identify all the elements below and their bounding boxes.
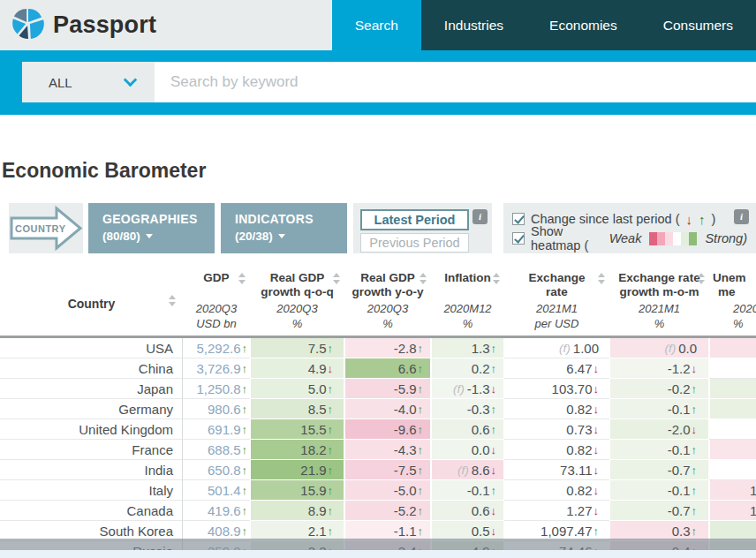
qoq-cell: 15.9 <box>250 480 344 501</box>
table-body: USA5,292.67.5-2.81.3(f)1.00(f)0.0China3,… <box>0 338 756 558</box>
cell-value: -0.1 <box>467 483 490 498</box>
country-cell[interactable]: Germany <box>0 399 183 419</box>
search-category-dropdown[interactable]: ALL <box>22 62 155 102</box>
horizontal-scrollbar[interactable] <box>0 539 756 550</box>
search-input[interactable] <box>155 62 756 102</box>
passport-brand[interactable]: Passport <box>0 7 156 44</box>
cell-value: 5.0 <box>308 381 327 396</box>
country-cell[interactable]: USA <box>0 338 183 358</box>
cell-value: -1.1 <box>394 524 417 539</box>
change-checkbox[interactable] <box>512 213 525 225</box>
previous-period-button[interactable]: Previous Period <box>360 233 469 253</box>
cell-value: 1.00 <box>573 341 599 356</box>
unem-cell <box>709 460 756 480</box>
column-subtitle: % <box>431 316 504 331</box>
heatmap-checkbox[interactable] <box>512 232 525 245</box>
cell-value: 650.8 <box>208 463 241 478</box>
sort-icon[interactable] <box>698 273 706 286</box>
inflation-cell: 0.0 <box>431 440 504 460</box>
cell-value: 8.9 <box>308 503 327 518</box>
increase-arrow-icon <box>328 464 334 477</box>
increase-arrow-icon <box>328 382 334 396</box>
decrease-arrow-icon <box>593 362 600 375</box>
column-subtitle: % <box>609 316 709 331</box>
fxg-cell: -0.1 <box>609 399 709 419</box>
inflation-cell: (f)8.6 <box>431 460 504 480</box>
country-cell[interactable]: Italy <box>0 480 183 501</box>
cell-value: 0.73 <box>566 422 592 437</box>
heatmap-label: Show heatmap ( <box>531 224 603 253</box>
country-cell[interactable]: China <box>0 358 183 379</box>
column-header-gdp[interactable]: GDP2020Q3USD bn <box>183 268 250 336</box>
fx-cell: 0.82 <box>504 440 609 460</box>
cell-value: 21.9 <box>300 463 326 478</box>
gdp-cell: 650.8 <box>183 460 250 480</box>
column-header-fxg[interactable]: Exchange rategrowth m-o-m2021M1% <box>609 268 709 336</box>
search-box: ALL <box>22 62 756 102</box>
increase-arrow-icon <box>242 504 248 517</box>
geographies-button[interactable]: GEOGRAPHIES (80/80) <box>88 203 215 253</box>
sort-icon[interactable] <box>333 273 341 286</box>
chevron-down-icon <box>124 72 138 87</box>
gdp-cell: 5,292.6 <box>183 338 250 358</box>
column-header-fx[interactable]: Exchangerate2021M1per USD <box>504 268 609 336</box>
heatmap-swatch <box>665 232 673 245</box>
info-icon[interactable] <box>734 209 749 224</box>
increase-arrow-icon <box>242 403 248 416</box>
column-subtitle: % <box>344 316 431 331</box>
fxg-cell: -0.7 <box>609 501 709 521</box>
country-cell[interactable]: India <box>0 460 183 480</box>
tab-economies[interactable]: Economies <box>526 0 640 50</box>
sort-icon[interactable] <box>598 273 606 286</box>
gdp-cell: 980.6 <box>183 399 250 419</box>
sort-icon[interactable] <box>169 295 177 308</box>
decrease-arrow-icon <box>328 362 334 375</box>
cell-value: 0.82 <box>566 442 592 457</box>
tab-search[interactable]: Search <box>332 0 421 50</box>
qoq-cell: 7.5 <box>250 338 344 358</box>
cell-value: 15.5 <box>300 422 326 437</box>
column-header-unem[interactable]: Unemme2020% <box>709 268 756 336</box>
cell-value: 1 <box>750 483 756 498</box>
sort-icon[interactable] <box>420 273 427 286</box>
increase-arrow-icon <box>418 382 424 396</box>
indicators-button[interactable]: INDICATORS (20/38) <box>221 203 347 253</box>
cell-value: -1.3 <box>467 381 490 396</box>
tab-industries[interactable]: Industries <box>421 0 526 50</box>
passport-logo-icon <box>11 7 45 44</box>
sort-icon[interactable] <box>493 273 501 286</box>
increase-arrow-icon <box>328 504 334 517</box>
cell-value: 0.5 <box>472 524 490 539</box>
tab-consumers[interactable]: Consumers <box>640 0 756 50</box>
increase-arrow-icon <box>242 423 248 436</box>
column-subtitle: % <box>250 316 344 331</box>
column-header-inflation[interactable]: Inflation2020M12% <box>431 268 504 336</box>
increase-arrow-icon <box>692 403 698 416</box>
country-cell[interactable]: Canada <box>0 501 183 521</box>
country-cell[interactable]: Japan <box>0 379 183 399</box>
column-header-country[interactable]: Country <box>0 268 183 336</box>
country-arrow: COUNTRY <box>9 203 83 253</box>
country-cell[interactable]: United Kingdom <box>0 419 183 440</box>
table-row: United Kingdom691.915.5-9.60.60.73-2.0 <box>0 419 756 440</box>
yoy-cell: -9.6 <box>344 419 431 440</box>
decrease-arrow-icon <box>685 212 692 227</box>
heatmap-swatch <box>657 232 665 245</box>
cell-value: -4.3 <box>394 442 417 457</box>
cell-value: 408.9 <box>208 524 241 539</box>
country-cell[interactable]: France <box>0 440 183 460</box>
cell-value: 5,292.6 <box>196 341 240 356</box>
sort-icon[interactable] <box>238 273 246 286</box>
column-header-yoy[interactable]: Real GDPgrowth y-o-y2020Q3% <box>344 268 431 336</box>
info-icon[interactable] <box>472 209 488 224</box>
increase-arrow-icon <box>328 484 334 497</box>
unem-cell <box>709 419 756 440</box>
column-header-qoq[interactable]: Real GDPgrowth q-o-q2020Q3% <box>250 268 344 336</box>
cell-value: -7.5 <box>394 463 417 478</box>
fxg-cell: -0.1 <box>609 440 709 460</box>
increase-arrow-icon <box>491 342 497 355</box>
cell-value: 0.82 <box>566 483 592 498</box>
latest-period-button[interactable]: Latest Period <box>360 209 469 230</box>
table-header-row: CountryGDP2020Q3USD bnReal GDPgrowth q-o… <box>0 268 756 338</box>
controls-row: COUNTRY GEOGRAPHIES (80/80) INDICATORS (… <box>9 203 756 253</box>
